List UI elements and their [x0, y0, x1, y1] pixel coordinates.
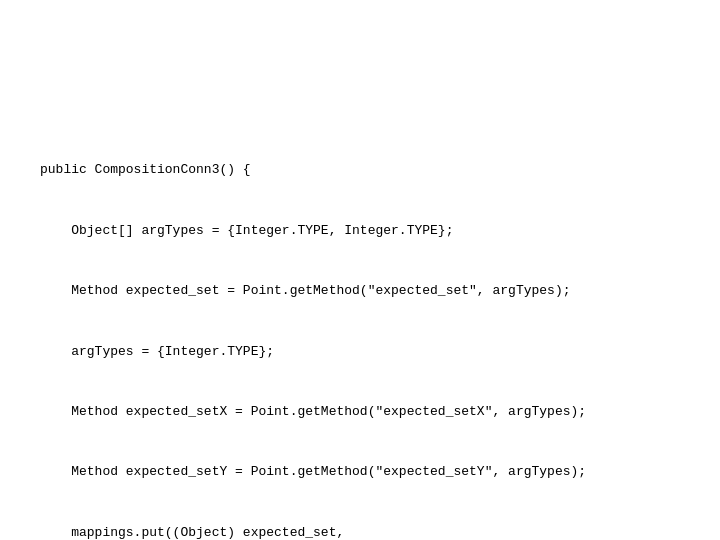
code-line-2: Object[] argTypes = {Integer.TYPE, Integ…	[40, 221, 680, 241]
code-line-6: Method expected_setY = Point.getMethod("…	[40, 462, 680, 482]
code-line-4: argTypes = {Integer.TYPE};	[40, 342, 680, 362]
code-line-3: Method expected_set = Point.getMethod("e…	[40, 281, 680, 301]
code-block: public CompositionConn3() { Object[] arg…	[0, 0, 720, 540]
code-line-5: Method expected_setX = Point.getMethod("…	[40, 402, 680, 422]
code-line-1: public CompositionConn3() {	[40, 160, 680, 180]
code-line-7: mappings.put((Object) expected_set,	[40, 523, 680, 540]
